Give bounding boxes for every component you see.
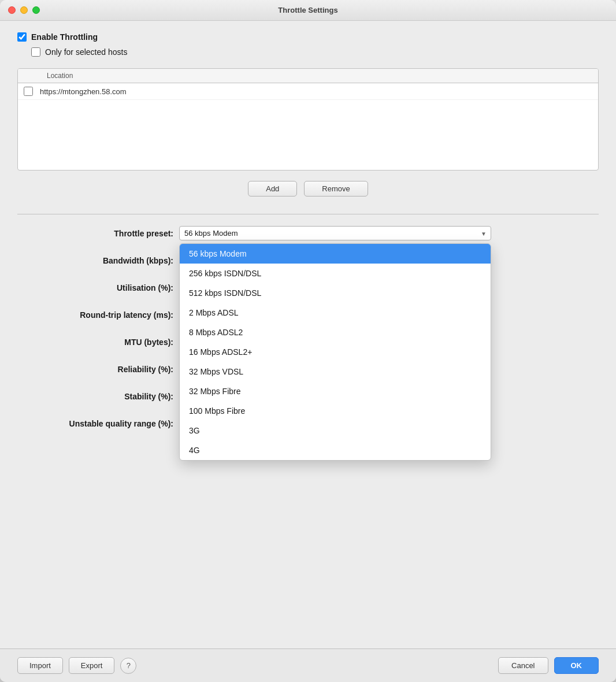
import-button[interactable]: Import	[17, 657, 63, 674]
throttle-preset-select-wrapper: 56 kbps Modem256 kbps ISDN/DSL512 kbps I…	[179, 226, 491, 240]
dropdown-item-6[interactable]: 32 Mbps VDSL	[180, 362, 491, 381]
cancel-button[interactable]: Cancel	[498, 657, 548, 674]
dropdown-item-10[interactable]: 4G	[180, 440, 491, 460]
throttle-preset-select[interactable]: 56 kbps Modem256 kbps ISDN/DSL512 kbps I…	[179, 226, 491, 240]
location-column-header: Location	[47, 72, 73, 80]
hosts-table-header: Location	[18, 69, 598, 83]
only-selected-hosts-label: Only for selected hosts	[45, 47, 127, 57]
preset-dropdown-overlay[interactable]: 56 kbps Modem 256 kbps ISDN/DSL 512 kbps…	[179, 243, 491, 461]
dropdown-item-8[interactable]: 100 Mbps Fibre	[180, 401, 491, 421]
dropdown-item-0[interactable]: 56 kbps Modem	[180, 244, 491, 264]
close-button[interactable]	[8, 6, 16, 14]
throttle-settings-window: Throttle Settings Enable Throttling Only…	[0, 0, 616, 682]
reliability-label: Reliability (%):	[17, 365, 179, 374]
add-remove-buttons: Add Remove	[17, 181, 599, 197]
bandwidth-label: Bandwidth (kbps):	[17, 256, 179, 265]
only-selected-hosts-checkbox[interactable]	[31, 47, 40, 57]
dropdown-item-4[interactable]: 8 Mbps ADSL2	[180, 323, 491, 342]
dropdown-item-2[interactable]: 512 kbps ISDN/DSL	[180, 283, 491, 303]
export-button[interactable]: Export	[69, 657, 115, 674]
enable-throttling-label: Enable Throttling	[31, 32, 98, 42]
titlebar: Throttle Settings	[0, 0, 616, 21]
enable-throttling-checkbox[interactable]	[17, 32, 27, 42]
enable-throttling-row: Enable Throttling	[17, 32, 599, 42]
throttle-preset-label: Throttle preset:	[17, 229, 179, 238]
add-host-button[interactable]: Add	[248, 181, 297, 197]
hosts-table: Location https://mtongzhen.58.com	[17, 68, 599, 170]
stability-label: Stability (%):	[17, 392, 179, 401]
host-location-text: https://mtongzhen.58.com	[40, 87, 127, 96]
only-selected-hosts-row: Only for selected hosts	[17, 47, 599, 57]
unstable-quality-label: Unstable quality range (%):	[17, 419, 179, 428]
minimize-button[interactable]	[20, 6, 28, 14]
checkbox-section: Enable Throttling Only for selected host…	[17, 32, 599, 57]
traffic-lights	[8, 6, 40, 14]
remove-host-button[interactable]: Remove	[304, 181, 368, 197]
window-title: Throttle Settings	[278, 6, 337, 14]
host-row-checkbox[interactable]	[24, 87, 33, 96]
dropdown-item-1[interactable]: 256 kbps ISDN/DSL	[180, 264, 491, 283]
table-row: https://mtongzhen.58.com	[18, 83, 598, 100]
dropdown-item-3[interactable]: 2 Mbps ADSL	[180, 303, 491, 323]
hosts-table-body: https://mtongzhen.58.com	[18, 83, 598, 170]
dropdown-item-5[interactable]: 16 Mbps ADSL2+	[180, 342, 491, 362]
dropdown-item-9[interactable]: 3G	[180, 421, 491, 440]
throttle-preset-row: Throttle preset: 56 kbps Modem256 kbps I…	[17, 226, 599, 240]
main-content: Enable Throttling Only for selected host…	[0, 21, 616, 648]
utilisation-label: Utilisation (%):	[17, 283, 179, 292]
divider	[17, 214, 599, 214]
dropdown-item-7[interactable]: 32 Mbps Fibre	[180, 381, 491, 401]
mtu-label: MTU (bytes):	[17, 338, 179, 347]
maximize-button[interactable]	[32, 6, 40, 14]
latency-label: Round-trip latency (ms):	[17, 310, 179, 320]
bottom-bar: Import Export ? Cancel OK	[0, 648, 616, 682]
help-button[interactable]: ?	[120, 658, 136, 674]
ok-button[interactable]: OK	[554, 657, 599, 674]
